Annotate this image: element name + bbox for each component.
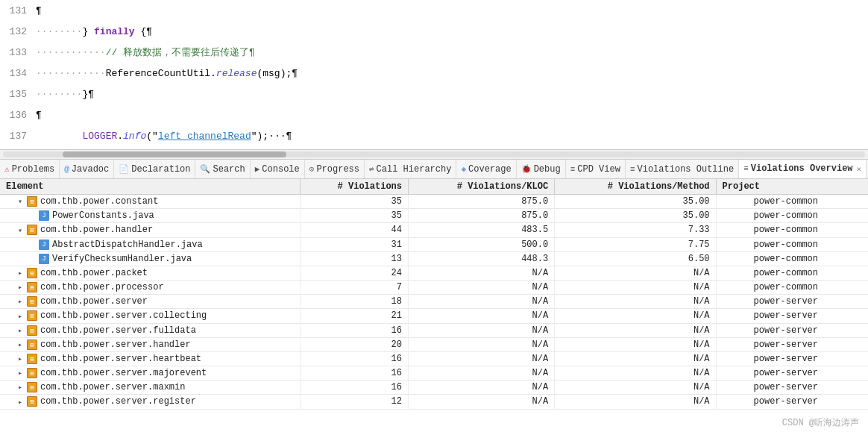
violations-kloc-cell: N/A (409, 295, 555, 309)
violations-cell: 35 (300, 195, 409, 209)
violations-method-cell: 7.33 (555, 223, 716, 237)
element-name: com.thb.power.server.register (40, 397, 196, 407)
code-line: 137 LOGGER.info("left_channelRead");···¶ (0, 125, 868, 146)
line-number: 134 (0, 68, 36, 79)
progress-tab-icon: ⊙ (309, 164, 315, 174)
violations-kloc-cell: N/A (409, 337, 555, 351)
table-row[interactable]: ▸⊞com.thb.power.server.handler20N/AN/Apo… (0, 337, 868, 351)
col-header-1[interactable]: # Violations (300, 179, 409, 195)
horizontal-scrollbar[interactable] (0, 149, 868, 160)
table-row[interactable]: ▸⊞com.thb.power.server.fulldata16N/AN/Ap… (0, 323, 868, 337)
element-name: PowerConstants.java (52, 210, 154, 221)
table-row[interactable]: ▸⊞com.thb.power.processor7N/AN/Apower-co… (0, 281, 868, 295)
violations-method-cell: N/A (555, 295, 716, 309)
expand-arrow[interactable]: ▾ (18, 226, 27, 235)
table-row[interactable]: ▸⊞com.thb.power.server.register12N/AN/Ap… (0, 395, 868, 409)
coverage-tab-icon: ◈ (461, 164, 466, 174)
table-row[interactable]: JVerifyChecksumHandler.java13448.36.50po… (0, 251, 868, 266)
violations-kloc-cell: 875.0 (409, 195, 555, 209)
violations-method-cell: N/A (555, 337, 716, 351)
table-row[interactable]: ▸⊞com.thb.power.server.maxmin16N/AN/Apow… (0, 381, 868, 395)
tab-callhierarchy[interactable]: ⇌Call Hierarchy (365, 160, 456, 178)
expand-arrow[interactable]: ▸ (18, 326, 27, 335)
expand-arrow[interactable]: ▸ (18, 340, 27, 349)
project-cell: power-server (716, 295, 868, 309)
violations-method-cell: N/A (555, 395, 716, 409)
expand-arrow[interactable]: ▸ (18, 369, 27, 378)
callhierarchy-tab-label: Call Hierarchy (377, 164, 452, 175)
col-header-0[interactable]: Element (0, 179, 300, 195)
project-cell: power-server (716, 366, 868, 381)
project-cell: power-server (716, 381, 868, 395)
violations-kloc-cell: 875.0 (409, 209, 555, 223)
tab-coverage[interactable]: ◈Coverage (456, 160, 516, 178)
element-name: com.thb.power.server.handler (40, 339, 191, 350)
package-icon: ⊞ (27, 354, 37, 364)
tab-javadoc[interactable]: @Javadoc (60, 160, 114, 178)
project-cell: power-server (716, 351, 868, 366)
file-icon: J (39, 210, 49, 221)
table-row[interactable]: ▾⊞com.thb.power.constant35875.035.00powe… (0, 195, 868, 209)
element-name: com.thb.power.server.fulldata (40, 325, 196, 336)
tab-console[interactable]: ▶Console (251, 160, 305, 178)
code-line: 132········} finally {¶ (0, 21, 868, 42)
expand-arrow[interactable]: ▸ (18, 312, 27, 321)
line-content: ········}¶ (36, 89, 94, 100)
scrollbar-thumb[interactable] (63, 151, 286, 157)
element-cell: JAbstractDispatchHandler.java (0, 237, 300, 251)
element-name: com.thb.power.server (40, 296, 148, 307)
tab-violations-outline[interactable]: ≡Violations Outline (626, 160, 739, 178)
element-name: com.thb.power.server.maxmin (40, 382, 185, 392)
table-row[interactable]: ▸⊞com.thb.power.server.collecting21N/AN/… (0, 309, 868, 323)
violations-cell: 20 (300, 337, 409, 351)
violations-cell: 24 (300, 266, 409, 280)
expand-arrow[interactable]: ▸ (18, 269, 27, 278)
tab-declaration[interactable]: 📄Declaration (114, 160, 195, 178)
table-row[interactable]: ▾⊞com.thb.power.handler44483.57.33power-… (0, 223, 868, 237)
expand-arrow[interactable]: ▾ (18, 197, 27, 206)
expand-arrow[interactable]: ▸ (18, 383, 27, 392)
javadoc-tab-icon: @ (64, 165, 69, 174)
table-row[interactable]: ▸⊞com.thb.power.server18N/AN/Apower-serv… (0, 295, 868, 309)
col-header-2[interactable]: # Violations/KLOC (409, 179, 555, 195)
line-content: ········} finally {¶ (36, 26, 152, 37)
table-row[interactable]: ▸⊞com.thb.power.server.heartbeat16N/AN/A… (0, 351, 868, 366)
element-name: VerifyChecksumHandler.java (52, 254, 192, 264)
element-cell: ▸⊞com.thb.power.server.handler (0, 337, 300, 351)
tab-debug[interactable]: 🐞Debug (517, 160, 566, 178)
line-number: 136 (0, 110, 36, 121)
element-cell: ▸⊞com.thb.power.server.fulldata (0, 323, 300, 337)
expand-arrow[interactable]: ▸ (18, 297, 27, 306)
violations-method-cell: 35.00 (555, 195, 716, 209)
col-header-4[interactable]: Project (716, 179, 868, 195)
col-header-3[interactable]: # Violations/Method (555, 179, 716, 195)
table-row[interactable]: JPowerConstants.java35875.035.00power-co… (0, 209, 868, 223)
tab-progress[interactable]: ⊙Progress (305, 160, 365, 178)
violations-method-cell: N/A (555, 309, 716, 323)
project-cell: power-common (716, 209, 868, 223)
element-name: com.thb.power.server.collecting (40, 311, 207, 322)
expand-arrow[interactable]: ▸ (18, 354, 27, 363)
line-number: 137 (0, 131, 36, 142)
line-number: 133 (0, 47, 36, 58)
package-icon: ⊞ (27, 325, 37, 336)
violations-cell: 18 (300, 295, 409, 309)
expand-arrow[interactable]: ▸ (18, 283, 27, 292)
expand-arrow[interactable]: ▸ (18, 398, 27, 407)
violations-overview-close-icon[interactable]: ✕ (857, 164, 862, 174)
search-tab-label: Search (213, 164, 245, 175)
violations-overview-table[interactable]: Element# Violations# Violations/KLOC# Vi… (0, 179, 868, 434)
line-content: ············// 释放数据，不需要往后传递了¶ (36, 46, 255, 59)
tab-search[interactable]: 🔍Search (195, 160, 250, 178)
tab-problems[interactable]: ⚠Problems (0, 160, 60, 178)
table-row[interactable]: JAbstractDispatchHandler.java31500.07.75… (0, 237, 868, 251)
table-row[interactable]: ▸⊞com.thb.power.packet24N/AN/Apower-comm… (0, 266, 868, 280)
tab-cpd[interactable]: ≡CPD View (566, 160, 626, 178)
scrollbar-track[interactable] (3, 151, 865, 157)
violations-kloc-cell: N/A (409, 395, 555, 409)
violations-kloc-cell: N/A (409, 266, 555, 280)
violations-method-cell: N/A (555, 381, 716, 395)
progress-tab-label: Progress (316, 164, 359, 175)
table-row[interactable]: ▸⊞com.thb.power.server.majorevent16N/AN/… (0, 366, 868, 381)
tab-violations-overview[interactable]: ≡Violations Overview✕ (739, 160, 867, 179)
